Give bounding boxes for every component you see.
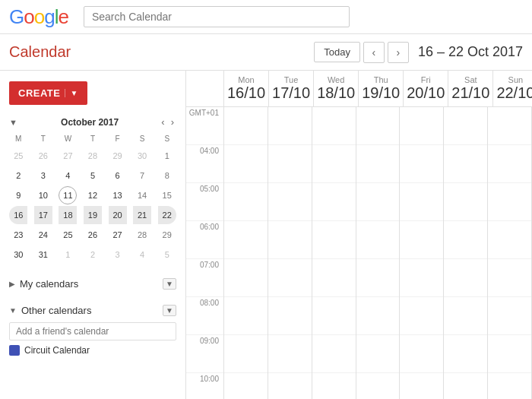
day-cell[interactable] [488,335,531,373]
day-cell[interactable] [400,373,443,399]
day-cell[interactable] [444,221,487,259]
day-col[interactable] [356,107,401,399]
mini-cal-cell[interactable]: 3 [34,166,52,185]
mini-cal-cell[interactable]: 13 [109,186,127,204]
mini-cal-cell[interactable]: 4 [133,245,151,264]
day-cell[interactable] [488,183,531,221]
mini-cal-cell[interactable]: 30 [133,147,151,165]
today-button[interactable]: Today [314,42,360,62]
day-cell[interactable] [224,221,268,259]
day-cell[interactable] [444,145,487,183]
mini-cal-cell[interactable]: 31 [34,245,52,264]
other-calendars-header[interactable]: ▼ Other calendars ▼ [9,305,176,316]
day-cell[interactable] [400,145,443,183]
mini-cal-cell[interactable]: 20 [109,206,127,224]
day-cell[interactable] [400,107,443,145]
mini-cal-cell[interactable]: 5 [158,245,176,264]
day-col[interactable] [400,107,444,399]
mini-cal-cell[interactable]: 15 [158,186,176,204]
search-input[interactable] [84,6,350,27]
day-cell[interactable] [444,107,487,145]
mini-cal-cell[interactable]: 16 [9,206,27,224]
mini-cal-cell[interactable]: 27 [109,226,127,244]
day-cell[interactable] [356,297,400,335]
day-cell[interactable] [488,373,531,399]
mini-cal-cell[interactable]: 7 [133,166,151,185]
day-cell[interactable] [488,297,531,335]
day-cell[interactable] [444,183,487,221]
my-calendars-dropdown[interactable]: ▼ [163,278,176,290]
day-cell[interactable] [356,107,400,145]
mini-cal-cell[interactable]: 21 [133,206,151,224]
day-col[interactable] [224,107,268,399]
add-friend-input[interactable] [9,322,176,340]
day-cell[interactable] [312,221,356,259]
mini-cal-cell[interactable]: 22 [158,206,176,224]
day-cell[interactable] [488,107,531,145]
day-cell[interactable] [224,335,268,373]
day-cell[interactable] [224,297,268,335]
day-cell[interactable] [312,297,356,335]
day-cell[interactable] [268,107,312,145]
day-cell[interactable] [488,221,531,259]
day-col[interactable] [312,107,356,399]
day-cell[interactable] [400,183,443,221]
day-cell[interactable] [224,373,268,399]
day-cell[interactable] [488,259,531,297]
day-cell[interactable] [356,373,400,399]
mini-cal-cell[interactable]: 25 [59,226,77,244]
mini-cal-cell[interactable]: 3 [109,245,127,264]
day-cell[interactable] [312,107,356,145]
day-cell[interactable] [356,145,400,183]
day-col[interactable] [268,107,312,399]
day-cell[interactable] [224,183,268,221]
day-cell[interactable] [224,107,268,145]
mini-cal-cell[interactable]: 23 [9,226,27,244]
day-cell[interactable] [400,221,443,259]
mini-cal-cell[interactable]: 14 [133,186,151,204]
mini-cal-expand-arrow[interactable]: ▼ [9,118,17,127]
day-cell[interactable] [268,221,312,259]
mini-cal-cell[interactable]: 27 [59,147,77,165]
mini-cal-cell[interactable]: 24 [34,226,52,244]
mini-cal-cell[interactable]: 5 [84,166,102,185]
mini-cal-cell[interactable]: 6 [109,166,127,185]
create-dropdown-arrow[interactable]: ▼ [65,89,78,97]
day-cell[interactable] [444,335,487,373]
mini-cal-cell[interactable]: 8 [158,166,176,185]
day-cell[interactable] [268,183,312,221]
day-cell[interactable] [312,145,356,183]
my-calendars-header[interactable]: ▶ My calendars ▼ [9,278,176,290]
day-cell[interactable] [268,259,312,297]
day-cell[interactable] [444,373,487,399]
mini-cal-cell[interactable]: 1 [158,147,176,165]
day-cell[interactable] [268,335,312,373]
mini-cal-cell[interactable]: 19 [84,206,102,224]
day-cell[interactable] [312,259,356,297]
mini-cal-cell[interactable]: 17 [34,206,52,224]
mini-cal-cell[interactable]: 18 [59,206,77,224]
mini-cal-cell[interactable]: 2 [9,166,27,185]
mini-cal-cell[interactable]: 30 [9,245,27,264]
mini-cal-cell[interactable]: 29 [158,226,176,244]
day-cell[interactable] [400,259,443,297]
prev-button[interactable]: ‹ [363,42,385,63]
day-cell[interactable] [356,183,400,221]
next-button[interactable]: › [388,42,409,63]
day-cell[interactable] [312,183,356,221]
mini-cal-cell[interactable]: 28 [84,147,102,165]
day-cell[interactable] [400,297,443,335]
mini-cal-cell[interactable]: 25 [9,147,27,165]
mini-cal-prev-button[interactable]: ‹ [159,116,166,128]
mini-cal-cell[interactable]: 1 [59,245,77,264]
mini-cal-cell[interactable]: 2 [84,245,102,264]
day-cell[interactable] [356,259,400,297]
mini-cal-cell[interactable]: 4 [59,166,77,185]
day-cell[interactable] [224,145,268,183]
mini-cal-cell[interactable]: 10 [34,186,52,204]
mini-cal-cell[interactable]: 26 [84,226,102,244]
day-col[interactable] [488,107,532,399]
mini-cal-cell[interactable]: 11 [59,186,77,204]
mini-cal-cell[interactable]: 29 [109,147,127,165]
day-cell[interactable] [268,145,312,183]
